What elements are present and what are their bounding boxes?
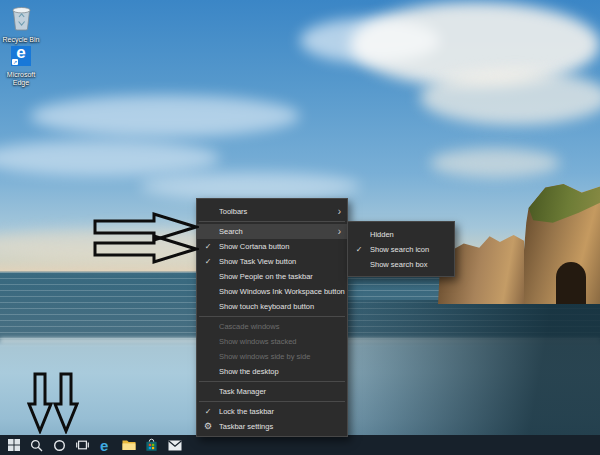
menu-item-label: Show the desktop [219, 364, 347, 379]
menu-item-show-search-box[interactable]: Show search box [348, 257, 454, 272]
menu-item-taskbar-settings[interactable]: ⚙Taskbar settings [197, 419, 347, 434]
mail-button[interactable] [163, 435, 186, 455]
gear-icon: ⚙ [197, 419, 219, 434]
menu-item-label: Show windows side by side [219, 349, 347, 364]
edge-taskbar-button[interactable]: e [94, 435, 117, 455]
menu-item-label: Show Windows Ink Workspace button [219, 284, 347, 299]
menu-item-label: Hidden [370, 227, 454, 242]
file-explorer-button[interactable] [117, 435, 140, 455]
store-icon [145, 438, 158, 452]
task-view-icon [76, 439, 89, 451]
desktop-icon-microsoft-edge[interactable]: e ↗ Microsoft Edge [1, 46, 41, 87]
cortana-icon [53, 439, 66, 452]
menu-item-show-task-view-button[interactable]: ✓Show Task View button [197, 254, 347, 269]
taskbar-context-menu: Toolbars›Search›✓Show Cortana button✓Sho… [196, 198, 348, 437]
checkmark-icon: ✓ [197, 239, 219, 254]
edge-e-icon: e [99, 438, 113, 453]
menu-item-label: Show windows stacked [219, 334, 347, 349]
shortcut-arrow-icon: ↗ [12, 59, 18, 65]
menu-item-show-windows-side-by-side: Show windows side by side [197, 349, 347, 364]
checkmark-icon: ✓ [197, 404, 219, 419]
menu-item-task-manager[interactable]: Task Manager [197, 384, 347, 399]
taskbar: e [0, 435, 600, 455]
menu-item-show-windows-ink-workspace-button[interactable]: Show Windows Ink Workspace button [197, 284, 347, 299]
menu-item-label: Task Manager [219, 384, 347, 399]
menu-item-hidden[interactable]: Hidden [348, 227, 454, 242]
menu-item-show-cortana-button[interactable]: ✓Show Cortana button [197, 239, 347, 254]
search-button[interactable] [25, 435, 48, 455]
menu-item-label: Search [219, 224, 338, 239]
menu-item-show-search-icon[interactable]: ✓Show search icon [348, 242, 454, 257]
menu-item-show-people-on-the-taskbar[interactable]: Show People on the taskbar [197, 269, 347, 284]
menu-separator [199, 401, 345, 402]
wallpaper-rock-arch-opening [556, 262, 586, 304]
menu-item-label: Lock the taskbar [219, 404, 347, 419]
taskbar-buttons: e [0, 435, 186, 455]
search-icon [30, 439, 43, 452]
cortana-button[interactable] [48, 435, 71, 455]
cloud [420, 70, 600, 125]
desktop-icon-label: Microsoft Edge [1, 71, 41, 87]
mail-icon [168, 440, 182, 451]
menu-item-label: Show Task View button [219, 254, 347, 269]
chevron-right-icon: › [338, 205, 341, 219]
desktop-icon-recycle-bin[interactable]: Recycle Bin [1, 4, 41, 44]
cloud [140, 172, 360, 200]
windows-logo-icon [8, 439, 20, 451]
menu-separator [199, 381, 345, 382]
checkmark-icon: ✓ [197, 254, 219, 269]
search-submenu: Hidden✓Show search iconShow search box [347, 221, 455, 277]
menu-item-label: Show People on the taskbar [219, 269, 347, 284]
file-explorer-icon [122, 439, 136, 451]
start-button[interactable] [2, 435, 25, 455]
cloud [30, 95, 300, 137]
menu-separator [199, 221, 345, 222]
windows-desktop: Recycle Bin e ↗ Microsoft Edge Toolbars›… [0, 0, 600, 455]
edge-shortcut-icon: e ↗ [11, 46, 31, 66]
chevron-right-icon: › [338, 225, 341, 239]
menu-item-label: Show search icon [370, 242, 454, 257]
menu-item-cascade-windows: Cascade windows [197, 319, 347, 334]
task-view-button[interactable] [71, 435, 94, 455]
menu-item-label: Toolbars [219, 204, 338, 219]
menu-item-label: Cascade windows [219, 319, 347, 334]
menu-item-label: Taskbar settings [219, 419, 347, 434]
cloud [300, 18, 440, 63]
menu-item-show-windows-stacked: Show windows stacked [197, 334, 347, 349]
checkmark-icon: ✓ [348, 242, 370, 257]
menu-item-toolbars[interactable]: Toolbars› [197, 204, 347, 219]
store-button[interactable] [140, 435, 163, 455]
menu-item-lock-the-taskbar[interactable]: ✓Lock the taskbar [197, 404, 347, 419]
menu-item-label: Show touch keyboard button [219, 299, 347, 314]
annotation-down-arrow-2 [53, 372, 79, 434]
cloud [430, 148, 560, 178]
menu-item-search[interactable]: Search› [197, 224, 347, 239]
menu-item-show-touch-keyboard-button[interactable]: Show touch keyboard button [197, 299, 347, 314]
annotation-right-arrow-2 [93, 233, 199, 265]
recycle-bin-icon [10, 4, 33, 35]
menu-item-label: Show Cortana button [219, 239, 347, 254]
svg-text:e: e [100, 438, 108, 453]
annotation-down-arrow-1 [27, 372, 53, 434]
menu-item-label: Show search box [370, 257, 454, 272]
menu-separator [199, 316, 345, 317]
menu-item-show-the-desktop[interactable]: Show the desktop [197, 364, 347, 379]
